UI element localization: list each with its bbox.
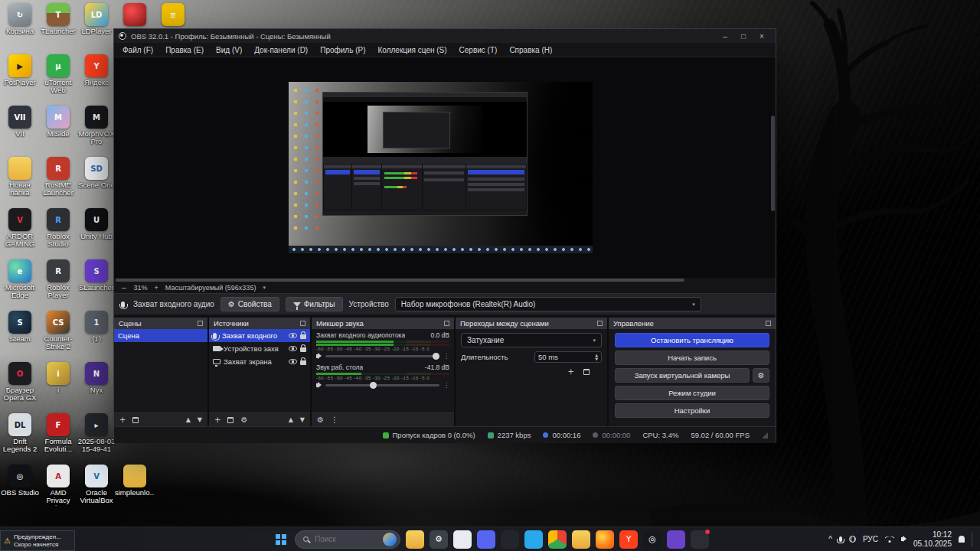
start-virtual-camera-button[interactable]: Запуск виртуальной камеры: [615, 368, 750, 383]
search-box[interactable]: [295, 530, 400, 549]
desktop-icon-14[interactable]: VARDOR GAMING: [2, 208, 38, 259]
menubar-item-0[interactable]: Файл (F): [117, 44, 158, 56]
source-item-0[interactable]: Захват входного: [209, 329, 310, 342]
desktop-icon-2[interactable]: LDLDPlayer: [78, 3, 115, 54]
move-scene-down-button[interactable]: ▼: [198, 417, 202, 423]
channel-options-button[interactable]: ⋮: [443, 353, 449, 360]
scale-mode-select[interactable]: Масштабируемый (596x335): [165, 284, 256, 292]
remove-transition-button[interactable]: [583, 369, 590, 375]
taskbar-app-firefox[interactable]: [596, 530, 614, 549]
add-transition-button[interactable]: +: [568, 368, 574, 376]
desktop-icon-16[interactable]: UUnity Hub: [78, 208, 115, 259]
resize-grip[interactable]: [762, 432, 768, 439]
source-properties-button[interactable]: ⚙: [240, 416, 247, 424]
lock-icon[interactable]: [300, 360, 306, 365]
device-select[interactable]: Набор микрофонов (Realtek(R) Audio) ▾: [395, 297, 701, 311]
add-scene-button[interactable]: +: [119, 416, 126, 424]
speaker-icon[interactable]: [316, 354, 318, 358]
search-highlight-image[interactable]: [383, 533, 397, 546]
move-source-down-button[interactable]: ▼: [300, 417, 305, 423]
menubar-item-4[interactable]: Профиль (P): [315, 44, 371, 56]
desktop-icon-19[interactable]: SSLauncher: [78, 259, 115, 310]
notifications-icon[interactable]: [959, 536, 965, 543]
desktop-icon-30[interactable]: AAMD Privacy View: [40, 465, 77, 515]
desktop-icon-28[interactable]: ▸2025-08-03 15-49-41: [78, 413, 115, 464]
mixer-options-button[interactable]: ⋮: [331, 416, 338, 424]
filters-button[interactable]: Фильтры: [286, 297, 343, 311]
desktop-icon-23[interactable]: OБраузер Opera GX: [2, 362, 38, 412]
properties-button[interactable]: ⚙ Свойства: [220, 297, 279, 311]
notification-toast[interactable]: ⚠ Предупрежден... Скоро начнется: [0, 530, 75, 551]
studio-mode-button[interactable]: Режим студии: [615, 386, 769, 400]
desktop-icon-8[interactable]: VIIVII: [2, 106, 38, 156]
menubar-item-6[interactable]: Сервис (T): [454, 44, 503, 56]
taskbar-app-app-badge[interactable]: [691, 530, 709, 549]
desktop-icon-15[interactable]: RRoblox Studio: [40, 208, 77, 259]
volume-slider[interactable]: [325, 355, 439, 357]
visibility-icon[interactable]: [289, 346, 297, 351]
add-source-button[interactable]: +: [214, 416, 220, 424]
desktop-icon-17[interactable]: eMicrosoft Edge: [2, 259, 38, 310]
taskbar-app-yandex-browser[interactable]: Y: [619, 530, 638, 549]
desktop-icon-32[interactable]: simpleunlo...: [116, 465, 153, 515]
taskbar-app-app-dark[interactable]: [501, 530, 519, 549]
desktop-icon-9[interactable]: MMiSide: [40, 106, 77, 156]
taskbar-app-epic-games[interactable]: [667, 530, 685, 549]
tray-mic-icon[interactable]: [839, 536, 842, 542]
preview-area[interactable]: [114, 57, 776, 278]
show-desktop-button[interactable]: [972, 533, 974, 546]
desktop-icon-26[interactable]: DLDrift Legends 2: [2, 413, 38, 464]
source-item-2[interactable]: Захват экрана: [209, 355, 310, 368]
tray-network-icon[interactable]: [849, 536, 856, 543]
virtual-camera-settings-button[interactable]: ⚙: [753, 368, 769, 383]
desktop-icon-27[interactable]: FFormula Evoluti...: [40, 413, 77, 464]
stop-streaming-button[interactable]: Остановить трансляцию: [615, 333, 769, 347]
tray-chevron-up-icon[interactable]: ^: [828, 535, 832, 543]
volume-slider[interactable]: [325, 384, 439, 386]
move-source-up-button[interactable]: ▲: [289, 417, 293, 423]
desktop-icon-1[interactable]: TTLauncher: [40, 3, 77, 54]
settings-button[interactable]: Настройки: [615, 403, 769, 418]
language-indicator[interactable]: РУС: [863, 535, 878, 543]
desktop-icon-0[interactable]: ↻Корзина: [2, 3, 38, 54]
popout-icon[interactable]: [597, 321, 603, 326]
desktop-icon-18[interactable]: RRoblox Player: [40, 259, 77, 310]
zoom-in-button[interactable]: +: [155, 284, 158, 292]
move-scene-up-button[interactable]: ▲: [186, 417, 191, 423]
taskbar-app-discord[interactable]: [477, 530, 495, 549]
desktop-icon-22[interactable]: 1(1): [78, 311, 115, 361]
transition-select[interactable]: Затухание ▾: [461, 333, 602, 347]
desktop-icon-13[interactable]: SDScene One: [78, 157, 115, 207]
start-recording-button[interactable]: Начать запись: [615, 350, 769, 365]
taskbar-app-obs[interactable]: ◎: [643, 530, 662, 549]
taskbar-app-chrome[interactable]: [548, 530, 567, 549]
menubar-item-5[interactable]: Коллекция сцен (S): [372, 44, 452, 56]
desktop-icon-10[interactable]: MMorphVOX Pro: [78, 106, 115, 156]
maximize-button[interactable]: □: [734, 30, 753, 42]
slider-handle[interactable]: [433, 353, 439, 360]
desktop-icon-12[interactable]: RRustME Launcher: [40, 157, 77, 207]
popout-icon[interactable]: [444, 321, 449, 326]
lock-icon[interactable]: [300, 334, 306, 339]
wifi-icon[interactable]: [885, 536, 894, 543]
search-input[interactable]: [313, 534, 367, 544]
zoom-out-button[interactable]: −: [121, 284, 127, 292]
spin-down-icon[interactable]: ▼: [595, 357, 598, 361]
clock[interactable]: 10:12 05.10.2025: [913, 530, 952, 549]
horizontal-scrollbar[interactable]: [114, 278, 776, 282]
desktop-icon-31[interactable]: VOracle VirtualBox: [78, 465, 115, 515]
menubar-item-1[interactable]: Правка (E): [160, 44, 209, 56]
menubar-item-7[interactable]: Справка (H): [504, 44, 557, 56]
lock-icon[interactable]: [300, 347, 306, 352]
duration-spinbox[interactable]: 50 ms ▲▼: [534, 351, 602, 363]
menubar-item-2[interactable]: Вид (V): [211, 44, 247, 56]
taskbar-app-photos[interactable]: [453, 530, 472, 549]
start-button[interactable]: [271, 530, 289, 549]
popout-icon[interactable]: [300, 321, 305, 326]
desktop-icon-6[interactable]: µuTorrent Web: [40, 54, 77, 105]
visibility-icon[interactable]: [289, 333, 297, 338]
popout-icon[interactable]: [766, 321, 771, 326]
taskbar-app-file-explorer[interactable]: [406, 530, 424, 549]
desktop-icon-7[interactable]: YЯндекс: [78, 54, 115, 105]
taskbar-app-settings[interactable]: ⚙: [430, 530, 448, 549]
